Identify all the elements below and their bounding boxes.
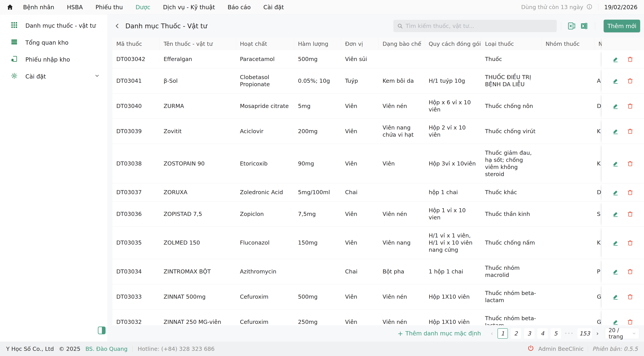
add-default-category-button[interactable]: + Thêm danh mục mặc định <box>398 330 481 337</box>
page-header: Danh mục Thuốc - Vật tư Thêm mới <box>108 15 644 38</box>
delete-icon[interactable] <box>627 268 633 275</box>
cell-nhom <box>542 68 594 94</box>
cell-actions <box>602 201 644 227</box>
edit-icon[interactable] <box>612 189 618 195</box>
page-button-4[interactable]: 4 <box>537 328 548 339</box>
sidebar-collapse-toggle[interactable] <box>98 326 106 334</box>
edit-icon[interactable] <box>612 161 618 167</box>
sidebar-item-label: Tổng quan kho <box>26 39 100 46</box>
power-icon[interactable] <box>528 345 534 353</box>
delete-icon[interactable] <box>627 128 633 134</box>
cell-actions <box>602 119 644 144</box>
excel-import-icon[interactable] <box>567 22 576 31</box>
edit-icon[interactable] <box>612 319 618 325</box>
footer-doctor-link[interactable]: BS. Đào Quang <box>85 345 128 352</box>
back-button[interactable] <box>114 23 120 29</box>
chevron-down-icon <box>632 331 636 336</box>
nav-item[interactable]: Dược <box>136 4 150 11</box>
table-row: DT03037ZORUXAZoledronic Acid5mg/100mlCha… <box>112 183 644 201</box>
nav-item[interactable]: Bệnh nhân <box>23 4 54 11</box>
page-button-153[interactable]: 153 <box>578 328 592 339</box>
delete-icon[interactable] <box>627 103 633 109</box>
cell-loai: Thuốc nhóm macrolid <box>481 259 542 284</box>
pagination-ellipsis[interactable]: ••• <box>564 331 574 336</box>
sidebar: Danh mục thuốc - vật tưTổng quan khoPhiế… <box>0 15 108 341</box>
page-button-5[interactable]: 5 <box>550 328 561 339</box>
nav-item[interactable]: Cài đặt <box>263 4 284 11</box>
nav-item[interactable]: Phiếu thu <box>96 4 123 11</box>
info-icon[interactable] <box>586 4 592 11</box>
edit-icon[interactable] <box>612 294 618 300</box>
cell-dang: Kem bôi da <box>379 68 425 94</box>
column-header: Đơn vị <box>341 38 379 50</box>
delete-icon[interactable] <box>627 319 633 325</box>
delete-icon[interactable] <box>627 240 633 246</box>
cell-ham <box>294 259 341 284</box>
home-button[interactable] <box>6 4 14 11</box>
page-size-select[interactable]: 20 / trang <box>605 328 639 339</box>
edit-icon[interactable] <box>612 56 618 62</box>
cell-dang: Viên nang <box>379 227 425 259</box>
cell-nhom <box>542 309 594 325</box>
cell-donvi: Viên <box>341 94 379 119</box>
column-header: Mã thuốc <box>112 38 160 50</box>
delete-icon[interactable] <box>627 78 633 84</box>
delete-icon[interactable] <box>627 56 633 62</box>
nav-item[interactable]: Báo cáo <box>228 4 251 11</box>
sidebar-item-label: Danh mục thuốc - vật tư <box>26 22 100 29</box>
cell-dang <box>379 183 425 201</box>
cell-ma: DT03039 <box>112 119 160 144</box>
delete-icon[interactable] <box>627 294 633 300</box>
cell-nhom <box>542 284 594 309</box>
sidebar-item[interactable]: Cài đặt <box>0 68 108 85</box>
sidebar-item[interactable]: Danh mục thuốc - vật tư <box>0 17 108 34</box>
pagination-bar: + Thêm danh mục mặc định ‹ 12345•••153 ›… <box>108 325 644 341</box>
pagination-prev-button[interactable]: ‹ <box>489 330 495 337</box>
nav-item[interactable]: Dịch vụ - Kỹ thuật <box>163 4 215 11</box>
page-button-1[interactable]: 1 <box>498 328 508 339</box>
footer: Y Học Số Co., Ltd © 2025 BS. Đào Quang H… <box>0 341 644 356</box>
footer-admin-user[interactable]: Admin BeeClinic <box>538 345 584 352</box>
cell-donvi: Viên <box>341 201 379 227</box>
page-buttons: 12345•••153 <box>498 328 592 339</box>
excel-export-icon[interactable] <box>580 22 589 31</box>
cell-ten: ZOLMED 150 <box>160 227 236 259</box>
cell-ten: Zovitit <box>160 119 236 144</box>
table-row: DT03041β-SolClobetasol Propionate0.05%; … <box>112 68 644 94</box>
edit-icon[interactable] <box>612 240 618 246</box>
chevron-down-icon <box>94 73 100 80</box>
edit-icon[interactable] <box>612 128 618 134</box>
delete-icon[interactable] <box>627 211 633 217</box>
footer-right: Admin BeeClinic Phiên bản: 0.5.5 <box>528 345 638 353</box>
cell-dang: Bột pha <box>379 259 425 284</box>
cell-loai: Thuốc nhóm beta-lactam <box>481 309 542 325</box>
search-input[interactable] <box>406 23 553 29</box>
page-button-3[interactable]: 3 <box>524 328 534 339</box>
pagination-next-button[interactable]: › <box>595 330 600 337</box>
edit-icon[interactable] <box>612 103 618 109</box>
cell-quycach: Hộp 2 vỉ x 10 viên <box>425 119 481 144</box>
edit-icon[interactable] <box>612 211 618 217</box>
add-new-button[interactable]: Thêm mới <box>604 20 640 32</box>
divider <box>595 22 595 30</box>
cell-dang: Viên nén <box>379 94 425 119</box>
cell-ten: ZINTROMAX BỘT <box>160 259 236 284</box>
cell-quycach: hộp 1 chai <box>425 183 481 201</box>
cell-loai: THUỐC ĐIỀU TRỊ BỆNH DA LIỄU <box>481 68 542 94</box>
cell-quycach: Hộp 1 vỉ x 10 vien <box>425 201 481 227</box>
delete-icon[interactable] <box>627 189 633 195</box>
cell-ma: DT03040 <box>112 94 160 119</box>
page-title: Danh mục Thuốc - Vật tư <box>125 22 207 30</box>
footer-version: Phiên bản: 0.5.5 <box>592 345 638 352</box>
nav-item[interactable]: HSBA <box>67 4 83 11</box>
cell-hoat: Mosapride citrate <box>236 94 294 119</box>
edit-icon[interactable] <box>612 78 618 84</box>
delete-icon[interactable] <box>627 161 633 167</box>
content-shell: Danh mục thuốc - vật tưTổng quan khoPhiế… <box>0 15 644 341</box>
edit-icon[interactable] <box>612 268 618 275</box>
page-button-2[interactable]: 2 <box>511 328 521 339</box>
current-date: 19/02/2026 <box>604 4 638 11</box>
sidebar-item[interactable]: Tổng quan kho <box>0 34 108 51</box>
cell-ma: DT03032 <box>112 309 160 325</box>
sidebar-item[interactable]: Phiếu nhập kho <box>0 51 108 68</box>
